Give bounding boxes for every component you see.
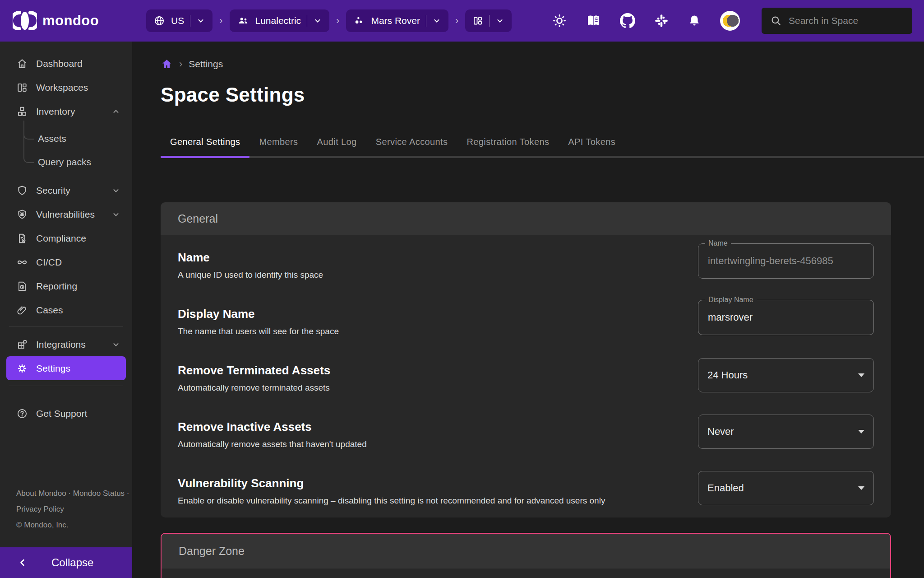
sidebar-item-integrations[interactable]: Integrations <box>0 332 132 356</box>
sidebar-item-vulnerabilities[interactable]: Vulnerabilities <box>0 202 132 226</box>
workspaces-icon <box>16 82 28 93</box>
sidebar-item-label: Assets <box>38 133 66 144</box>
setting-description: The name that users will see for the spa… <box>178 326 339 336</box>
display-name-field-label: Display Name <box>705 296 757 304</box>
mondoo-logo[interactable]: mondoo <box>13 11 121 30</box>
sidebar-item-label: Compliance <box>36 233 86 244</box>
sidebar: Dashboard Workspaces Inventory <box>0 42 132 578</box>
sidebar-item-assets[interactable]: Assets <box>0 127 132 150</box>
sidebar-item-label: Inventory <box>36 106 75 117</box>
region-label: US <box>171 15 184 26</box>
sidebar-item-label: Dashboard <box>36 58 83 69</box>
pill-divider <box>190 15 190 27</box>
setting-description: Automatically remove assets that haven't… <box>178 439 367 449</box>
settings-tabs: General Settings Members Audit Log Servi… <box>161 130 891 158</box>
shield-bug-icon <box>16 209 28 220</box>
breadcrumb-current[interactable]: Settings <box>189 59 223 70</box>
tabs-track <box>161 156 924 158</box>
general-card: General Name A unique ID used to identif… <box>161 202 891 517</box>
chevron-down-icon[interactable] <box>111 340 120 349</box>
setting-row-name: Name A unique ID used to identify this s… <box>178 235 874 292</box>
space-selector[interactable]: Mars Rover <box>346 9 448 32</box>
dropdown-arrow-icon <box>858 486 864 490</box>
general-card-header: General <box>161 202 891 235</box>
sidebar-item-label: CI/CD <box>36 257 62 268</box>
tab-general-settings[interactable]: General Settings <box>161 130 249 158</box>
setting-title: Remove Inactive Assets <box>178 420 367 434</box>
sidebar-divider <box>9 326 123 327</box>
tab-api-tokens[interactable]: API Tokens <box>559 130 625 158</box>
collapse-label: Collapse <box>51 556 93 569</box>
chevron-down-icon[interactable] <box>495 16 504 25</box>
integrations-icon <box>16 339 28 350</box>
shield-icon <box>16 185 28 196</box>
setting-row-remove-terminated: Remove Terminated Assets Automatically r… <box>178 348 874 405</box>
sidebar-item-label: Cases <box>36 305 63 316</box>
tab-members[interactable]: Members <box>249 130 307 158</box>
space-search[interactable] <box>762 8 912 34</box>
organization-selector[interactable]: Lunalectric <box>230 9 330 32</box>
search-input[interactable] <box>789 15 904 26</box>
inventory-icon <box>16 106 28 117</box>
name-input[interactable] <box>698 255 873 267</box>
tab-service-accounts[interactable]: Service Accounts <box>366 130 457 158</box>
select-value: 24 Hours <box>707 369 748 381</box>
user-avatar[interactable] <box>720 11 740 31</box>
sidebar-item-query-packs[interactable]: Query packs <box>0 150 132 174</box>
chevron-up-icon[interactable] <box>111 107 120 116</box>
chevron-down-icon[interactable] <box>111 210 120 219</box>
sidebar-item-label: Integrations <box>36 339 86 350</box>
github-icon[interactable] <box>620 13 635 28</box>
report-chart-icon <box>16 280 28 292</box>
brand-name: mondoo <box>42 13 99 29</box>
breadcrumb-home-icon[interactable] <box>161 58 173 70</box>
slack-icon[interactable] <box>654 14 669 28</box>
sidebar-item-workspaces[interactable]: Workspaces <box>0 75 132 99</box>
mondoo-status-link[interactable]: Mondoo Status <box>73 489 125 498</box>
remove-terminated-select[interactable]: 24 Hours <box>698 358 874 392</box>
display-name-input[interactable] <box>698 312 873 323</box>
sidebar-item-security[interactable]: Security <box>0 178 132 202</box>
pill-divider <box>489 15 490 27</box>
dropdown-arrow-icon <box>858 373 864 377</box>
sidebar-item-get-support[interactable]: Get Support <box>0 401 132 425</box>
privacy-policy-link[interactable]: Privacy Policy <box>16 505 64 513</box>
chevron-down-icon[interactable] <box>111 186 120 195</box>
display-name-field: Display Name <box>698 300 874 335</box>
top-actions <box>552 8 912 34</box>
workspace-selector[interactable] <box>465 9 512 32</box>
notifications-bell-icon[interactable] <box>688 14 701 28</box>
sidebar-item-reporting[interactable]: Reporting <box>0 274 132 298</box>
chevron-down-icon[interactable] <box>432 16 441 25</box>
search-icon <box>770 15 782 27</box>
sidebar-item-dashboard[interactable]: Dashboard <box>0 51 132 75</box>
select-value: Enabled <box>707 482 744 494</box>
name-field-label: Name <box>705 239 731 247</box>
collapse-sidebar-button[interactable]: Collapse <box>0 547 132 578</box>
sidebar-item-label: Workspaces <box>36 82 88 93</box>
sidebar-item-cicd[interactable]: CI/CD <box>0 250 132 274</box>
home-icon <box>16 58 28 70</box>
setting-row-vulnerability-scanning: Vulnerability Scanning Enable or disable… <box>178 461 874 517</box>
about-mondoo-link[interactable]: About Mondoo <box>16 489 66 498</box>
sidebar-item-cases[interactable]: Cases <box>0 298 132 322</box>
docs-book-icon[interactable] <box>586 14 601 28</box>
chevron-down-icon[interactable] <box>196 16 205 25</box>
chevron-down-icon[interactable] <box>313 16 322 25</box>
selector-separator: › <box>454 15 459 27</box>
sidebar-item-compliance[interactable]: Compliance <box>0 226 132 250</box>
tab-audit-log[interactable]: Audit Log <box>308 130 366 158</box>
sidebar-item-settings[interactable]: Settings <box>6 356 126 380</box>
tab-registration-tokens[interactable]: Registration Tokens <box>457 130 559 158</box>
region-selector[interactable]: US <box>146 9 213 32</box>
vulnerability-scanning-select[interactable]: Enabled <box>698 471 874 505</box>
remove-inactive-select[interactable]: Never <box>698 415 874 449</box>
sidebar-item-inventory[interactable]: Inventory <box>0 99 132 123</box>
danger-zone-card: Danger Zone <box>161 533 891 578</box>
sidebar-item-label: Query packs <box>38 157 91 168</box>
footer-separator: · <box>68 489 71 498</box>
breadcrumb-separator: › <box>179 58 182 70</box>
main-content: › Settings Space Settings General Settin… <box>132 42 924 578</box>
name-field: Name <box>698 243 874 279</box>
theme-toggle-sun-icon[interactable] <box>552 14 567 28</box>
